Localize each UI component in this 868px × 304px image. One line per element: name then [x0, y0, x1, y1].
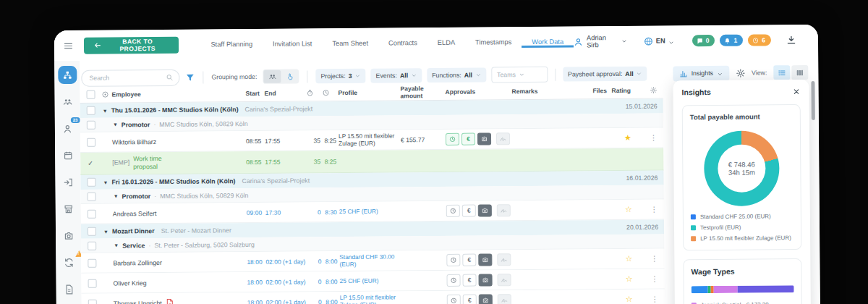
collapse-caret-icon[interactable]: ▼ [103, 108, 108, 113]
tab-work-data[interactable]: Work Data [522, 36, 574, 48]
row-checkbox[interactable] [88, 279, 97, 287]
tab-staff-planning[interactable]: Staff Planning [200, 38, 263, 51]
approval-euro-button[interactable]: € [461, 133, 475, 145]
end-time[interactable]: 17:30 [265, 208, 307, 216]
collapse-caret-icon[interactable]: ▼ [114, 193, 119, 198]
break-minutes[interactable]: 0 [308, 278, 324, 285]
approval-signature-button[interactable] [497, 253, 511, 266]
header-rating[interactable]: Rating [611, 87, 643, 94]
sidebar-item-person-badge[interactable]: 23 [58, 119, 77, 138]
sidebar-item-sign-in[interactable] [59, 173, 77, 191]
row-checkbox[interactable] [88, 209, 96, 218]
sidebar-item-camera[interactable] [59, 227, 77, 245]
close-icon[interactable] [792, 88, 800, 96]
header-employee[interactable]: Employee [112, 90, 246, 98]
download-icon[interactable] [786, 35, 796, 45]
group-by-touch-button[interactable] [281, 70, 298, 83]
approval-euro-button[interactable]: € [462, 205, 476, 217]
break-minutes[interactable]: 0 [308, 298, 324, 304]
wage-profile[interactable]: LP 15.50 mit flexibler Zulage (EUR) [340, 294, 402, 304]
header-end[interactable]: End [264, 89, 306, 96]
header-remarks[interactable]: Remarks [511, 87, 592, 95]
tab-invitation-list[interactable]: Invitation List [263, 38, 322, 50]
tab-contracts[interactable]: Contracts [378, 37, 427, 49]
row-menu-icon[interactable]: ⋮ [645, 275, 665, 283]
approval-camera-button[interactable] [479, 274, 493, 286]
approval-camera-button[interactable] [479, 294, 493, 304]
rating-star-icon[interactable]: ☆ [613, 274, 645, 284]
row-menu-icon[interactable]: ⋮ [644, 206, 664, 214]
group-by-people-button[interactable] [263, 70, 281, 83]
row-checkbox[interactable] [88, 258, 96, 267]
break-minutes[interactable]: 35 [307, 137, 323, 144]
start-time[interactable]: 18:00 [247, 298, 266, 304]
start-time[interactable]: 18:00 [247, 258, 265, 265]
header-files[interactable]: Files [592, 87, 611, 94]
collapse-caret-icon[interactable]: ▼ [114, 242, 119, 248]
column-view-button[interactable] [791, 65, 808, 80]
end-time[interactable]: 17:55 [265, 137, 307, 144]
start-time[interactable]: 18:00 [247, 278, 266, 285]
break-minutes[interactable]: 0 [307, 258, 323, 265]
column-settings-gear-icon[interactable] [643, 87, 663, 94]
approval-signature-button[interactable] [498, 294, 511, 304]
row-menu-icon[interactable]: ⋮ [644, 255, 664, 263]
dropdown-projects[interactable]: Projects:3 [315, 69, 365, 84]
badge-clock[interactable]: 6 [748, 34, 771, 46]
start-time[interactable]: 09:00 [247, 208, 265, 216]
row-checkbox[interactable] [88, 227, 96, 236]
dropdown-functions[interactable]: Functions:All [427, 67, 486, 83]
total-hours[interactable]: 8:00 [324, 278, 340, 285]
approval-euro-button[interactable]: € [463, 274, 477, 287]
filter-funnel-icon[interactable] [185, 72, 195, 82]
list-view-button[interactable] [773, 65, 790, 80]
start-time[interactable]: 08:55 [246, 137, 265, 144]
badge-bell[interactable]: 1 [720, 35, 743, 46]
collapse-caret-icon[interactable]: ▼ [103, 229, 109, 234]
insights-button[interactable]: Insights [673, 65, 729, 81]
tab-team-sheet[interactable]: Team Sheet [322, 38, 378, 50]
row-checkbox[interactable] [87, 178, 95, 187]
header-payable-amount[interactable]: Payable amount [400, 85, 445, 99]
wage-profile[interactable]: 25 CHF (EUR) [340, 277, 402, 284]
header-approvals[interactable]: Approvals [445, 88, 511, 96]
approval-signature-button[interactable] [496, 132, 510, 145]
dropdown-paysheet-approval[interactable]: Paysheet approval:All [563, 67, 647, 82]
approval-euro-button[interactable]: € [462, 254, 476, 266]
approval-clock-button[interactable] [447, 295, 461, 304]
rating-star-icon[interactable]: ☆ [613, 254, 644, 263]
total-hours[interactable]: 8:00 [323, 258, 339, 265]
approval-camera-button[interactable] [477, 132, 491, 145]
sidebar-item-calendar[interactable] [59, 146, 77, 164]
approval-signature-button[interactable] [498, 274, 511, 286]
sidebar-item-kiosk[interactable] [59, 200, 77, 218]
approval-camera-button[interactable] [478, 253, 492, 266]
wage-profile[interactable]: Standard CHF 30.00 (EUR) [339, 253, 401, 268]
sidebar-item-sync[interactable] [59, 253, 78, 271]
sidebar-item-org-chart[interactable] [58, 66, 77, 84]
row-checkbox[interactable] [88, 299, 97, 304]
approval-camera-button[interactable] [478, 204, 492, 216]
header-profile[interactable]: Profile [338, 88, 400, 96]
dropdown-teams[interactable]: Teams [491, 67, 548, 83]
total-hours[interactable]: 8:30 [323, 208, 339, 216]
tab-timestamps[interactable]: Timestamps [465, 36, 522, 48]
approval-signature-button[interactable] [497, 204, 511, 216]
select-all-checkbox[interactable] [86, 90, 95, 99]
approval-clock-button[interactable] [446, 205, 460, 217]
vertical-scrollbar[interactable] [811, 81, 814, 120]
approval-euro-button[interactable]: € [463, 295, 477, 304]
end-time[interactable]: 02:00 (+1 day) [266, 278, 308, 285]
total-hours[interactable]: 8:25 [323, 137, 339, 144]
row-checkbox[interactable] [88, 192, 96, 200]
collapse-caret-icon[interactable]: ▼ [103, 180, 108, 185]
collapse-caret-icon[interactable]: ▼ [113, 122, 118, 127]
search-input[interactable] [88, 73, 161, 83]
hamburger-menu-icon[interactable] [63, 40, 74, 51]
badge-chat[interactable]: 0 [692, 35, 715, 46]
row-menu-icon[interactable]: ⋮ [645, 295, 665, 303]
row-checkbox[interactable] [88, 241, 96, 250]
rating-star-icon[interactable]: ☆ [613, 205, 644, 214]
wage-profile[interactable]: 25 CHF (EUR) [339, 208, 401, 215]
user-menu[interactable]: Adrian Sirb [574, 34, 627, 49]
